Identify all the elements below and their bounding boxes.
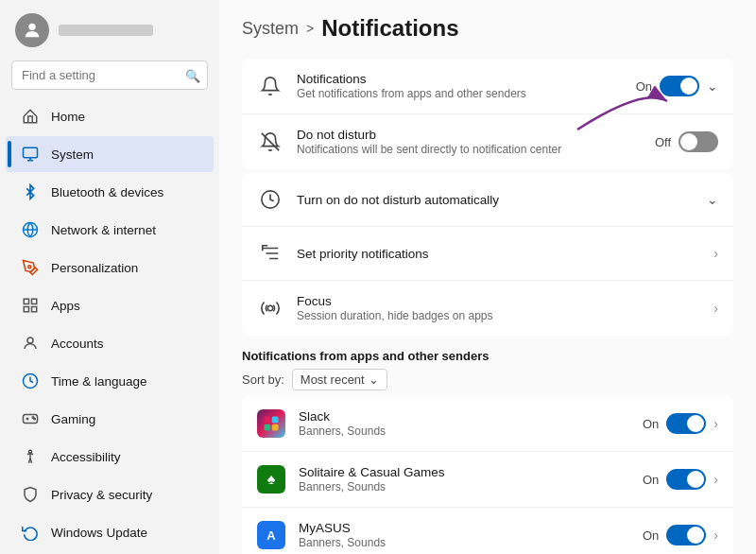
dnd-toggle-label: Off [655, 135, 671, 149]
sidebar-item-accounts[interactable]: Accounts [6, 325, 214, 361]
sidebar-item-update[interactable]: Windows Update [6, 514, 214, 550]
sidebar-item-bluetooth[interactable]: Bluetooth & devices [6, 174, 214, 210]
focus-text: Focus Session duration, hide badges on a… [297, 294, 700, 322]
search-input[interactable] [11, 61, 208, 90]
dnd-toggle[interactable] [679, 131, 718, 152]
update-icon [21, 523, 40, 542]
sort-dropdown[interactable]: Most recent ⌄ [292, 369, 387, 390]
sidebar-item-personalization[interactable]: Personalization [6, 250, 214, 286]
sidebar-item-gaming-label: Gaming [51, 412, 95, 426]
sidebar-item-system[interactable]: System [6, 136, 214, 172]
notifications-chevron: ⌄ [707, 78, 718, 94]
profile-area [0, 0, 219, 57]
slack-chevron: › [713, 416, 718, 431]
slack-row[interactable]: Slack Banners, Sounds On › [242, 396, 733, 452]
personalization-icon [21, 258, 40, 277]
svg-point-10 [27, 338, 33, 343]
toggle-thumb [687, 471, 704, 488]
sidebar-item-apps-label: Apps [51, 299, 80, 313]
sidebar-item-accessibility-label: Accessibility [51, 450, 121, 464]
focus-right: › [713, 301, 718, 316]
auto-dnd-chevron: ⌄ [707, 192, 718, 207]
slack-toggle[interactable] [666, 413, 706, 434]
sidebar-item-accessibility[interactable]: Accessibility [6, 439, 214, 475]
slack-controls: On › [643, 413, 718, 434]
slack-toggle-label: On [643, 417, 659, 431]
notifications-subtitle: Get notifications from apps and other se… [297, 87, 623, 100]
avatar [15, 13, 49, 47]
slack-details: Banners, Sounds [299, 424, 629, 438]
myasus-text: MyASUS Banners, Sounds [299, 521, 629, 549]
search-box[interactable]: 🔍 [11, 61, 208, 90]
notifications-icon [257, 73, 284, 99]
sidebar-item-time[interactable]: Time & language [6, 363, 214, 399]
search-icon: 🔍 [185, 68, 200, 82]
solitaire-details: Banners, Sounds [299, 480, 629, 493]
sidebar-item-apps[interactable]: Apps [6, 287, 214, 323]
bluetooth-icon [21, 182, 40, 201]
active-indicator [8, 141, 11, 167]
breadcrumb-chevron: > [306, 21, 314, 36]
solitaire-chevron: › [713, 472, 718, 487]
sidebar-item-network-label: Network & internet [51, 223, 156, 237]
notifications-toggle-label: On [636, 79, 652, 94]
priority-row[interactable]: Set priority notifications › [242, 227, 733, 281]
notifications-row[interactable]: Notifications Get notifications from app… [242, 59, 733, 114]
svg-point-5 [28, 266, 31, 268]
myasus-icon: A [257, 521, 285, 549]
toggle-thumb [680, 78, 697, 95]
page-title: Notifications [321, 15, 458, 42]
solitaire-name: Solitaire & Casual Games [299, 465, 629, 479]
dnd-title: Do not disturb [297, 128, 642, 142]
myasus-details: Banners, Sounds [299, 536, 629, 549]
auto-dnd-row[interactable]: Turn on do not disturb automatically ⌄ [242, 173, 733, 227]
svg-rect-8 [24, 307, 28, 312]
sidebar-item-home-label: Home [51, 110, 85, 124]
slack-text: Slack Banners, Sounds [299, 409, 629, 438]
slack-icon [257, 409, 285, 438]
myasus-toggle-label: On [643, 528, 659, 543]
do-not-disturb-row[interactable]: Do not disturb Notifications will be sen… [242, 114, 733, 169]
gaming-icon [21, 409, 40, 428]
priority-text: Set priority notifications [297, 247, 700, 261]
sidebar-item-time-label: Time & language [51, 374, 147, 389]
solitaire-text: Solitaire & Casual Games Banners, Sounds [299, 465, 629, 493]
myasus-chevron: › [713, 528, 718, 543]
sidebar-item-privacy[interactable]: Privacy & security [6, 476, 214, 512]
svg-point-24 [267, 305, 273, 311]
toggle-thumb [687, 415, 704, 432]
priority-icon [257, 240, 284, 267]
focus-row[interactable]: Focus Session duration, hide badges on a… [242, 281, 733, 336]
svg-point-0 [28, 24, 35, 30]
focus-subtitle: Session duration, hide badges on apps [297, 309, 700, 322]
auto-dnd-title: Turn on do not disturb automatically [297, 193, 694, 207]
notifications-card: Notifications Get notifications from app… [242, 59, 733, 169]
apps-notifications-card: Slack Banners, Sounds On › ♠ Solitaire &… [242, 396, 733, 554]
sidebar-item-home[interactable]: Home [6, 98, 214, 134]
breadcrumb-system[interactable]: System [242, 19, 299, 39]
solitaire-toggle[interactable] [666, 469, 706, 490]
expand-settings-card: Turn on do not disturb automatically ⌄ S… [242, 173, 733, 336]
myasus-row[interactable]: A MyASUS Banners, Sounds On › [242, 508, 733, 554]
solitaire-row[interactable]: ♠ Solitaire & Casual Games Banners, Soun… [242, 452, 733, 508]
sidebar-item-system-label: System [51, 147, 94, 162]
svg-rect-25 [265, 417, 271, 424]
auto-dnd-icon [257, 186, 284, 213]
page-header: System > Notifications [242, 15, 733, 42]
sidebar-item-gaming[interactable]: Gaming [6, 401, 214, 437]
home-icon [21, 107, 40, 126]
notifications-controls: On ⌄ [636, 76, 718, 96]
myasus-toggle[interactable] [666, 525, 706, 545]
main-content: System > Notifications Notifications Get… [219, 0, 756, 554]
sidebar-item-network[interactable]: Network & internet [6, 212, 214, 248]
priority-chevron: › [713, 246, 718, 261]
svg-rect-1 [24, 147, 38, 158]
myasus-name: MyASUS [299, 521, 629, 535]
system-icon [21, 145, 40, 164]
priority-title: Set priority notifications [297, 247, 700, 261]
svg-rect-6 [24, 299, 28, 303]
dnd-icon [257, 129, 284, 155]
privacy-icon [21, 485, 40, 504]
svg-rect-27 [265, 424, 271, 431]
notifications-toggle[interactable] [660, 76, 699, 96]
